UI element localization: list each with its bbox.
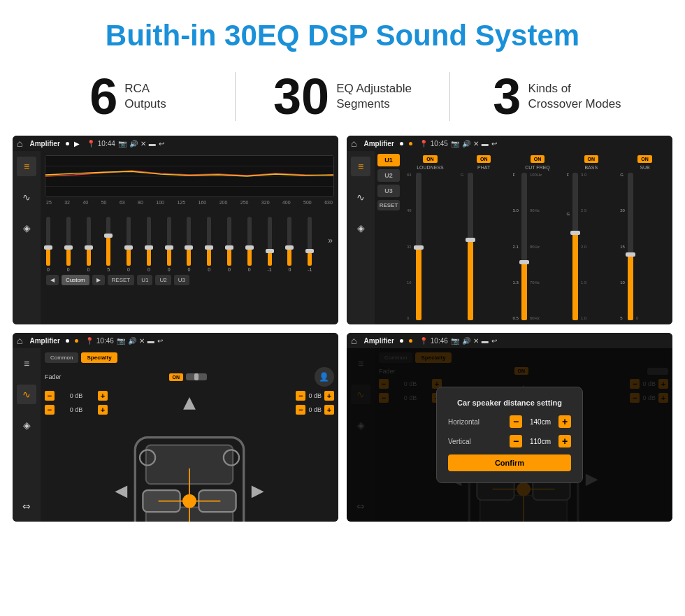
bass-toggle[interactable]: ON [584, 155, 599, 163]
bass-fill [572, 232, 578, 321]
divider-1 [235, 72, 236, 121]
eq-u1-btn[interactable]: U1 [137, 275, 152, 285]
slider-fill-8 [207, 249, 211, 266]
sub-slider[interactable] [628, 173, 633, 320]
eq-slider-0[interactable]: 0 [46, 217, 50, 272]
eq-slider-8[interactable]: 0 [207, 217, 211, 272]
cutfreq-toggle[interactable]: ON [531, 155, 545, 163]
eq-slider-4[interactable]: 0 [127, 217, 131, 272]
eq-sidebar-icon-active[interactable]: ≡ [17, 157, 36, 176]
freq-40: 40 [82, 200, 88, 205]
eq-slider-6[interactable]: 0 [167, 217, 171, 272]
eq-u3-btn[interactable]: U3 [174, 275, 189, 285]
db-val-rr: 0 dB [308, 406, 322, 413]
plus-rl[interactable]: + [98, 405, 108, 415]
fader-slider-mini[interactable] [186, 373, 207, 380]
plus-fr[interactable]: + [324, 391, 334, 401]
preset-u1[interactable]: U1 [377, 154, 400, 166]
slider-track-9 [227, 217, 231, 266]
bass-slider[interactable] [572, 173, 578, 320]
eq-slider-9[interactable]: 0 [227, 217, 231, 272]
slider-thumb-0[interactable] [44, 245, 52, 250]
slider-thumb-12[interactable] [285, 245, 294, 250]
eq-more-icon[interactable]: » [328, 236, 333, 245]
slider-thumb-9[interactable] [225, 245, 233, 250]
preset-u2[interactable]: U2 [377, 169, 400, 182]
cutfreq-slider[interactable] [521, 173, 527, 320]
sub-thumb[interactable] [626, 252, 635, 257]
eq-slider-10[interactable]: 0 [247, 217, 252, 272]
dot4b [409, 339, 412, 343]
xover-sidebar-speaker[interactable]: ◈ [351, 218, 370, 238]
amplifier-title-1: Amplifier [29, 140, 59, 148]
minus-rr[interactable]: − [296, 405, 305, 415]
eq-slider-13[interactable]: -1 [308, 217, 312, 272]
eq-reset-btn[interactable]: RESET [108, 275, 135, 285]
tab-specialty[interactable]: Specialty [81, 352, 117, 363]
minus-fr[interactable]: − [296, 391, 305, 401]
cutfreq-thumb[interactable] [519, 260, 529, 264]
slider-thumb-1[interactable] [64, 245, 73, 250]
slider-thumb-10[interactable] [245, 245, 254, 250]
fader-sidebar-wave[interactable]: ∿ [17, 385, 36, 404]
horizontal-minus-btn[interactable]: − [510, 415, 522, 428]
eq-u2-btn[interactable]: U2 [155, 275, 171, 285]
fader-on-toggle[interactable]: ON [169, 373, 184, 381]
phat-toggle[interactable]: ON [477, 155, 491, 163]
loudness-slider[interactable] [416, 173, 421, 320]
slider-thumb-4[interactable] [124, 245, 133, 250]
slider-thumb-8[interactable] [205, 245, 213, 250]
home-icon-3: ⌂ [17, 335, 22, 346]
preset-reset[interactable]: RESET [377, 200, 400, 210]
vertical-minus-btn[interactable]: − [510, 435, 522, 447]
slider-track-6 [167, 217, 171, 266]
slider-thumb-6[interactable] [165, 245, 173, 250]
minus-fl[interactable]: − [45, 391, 55, 401]
eq-slider-7[interactable]: 0 [187, 217, 191, 272]
eq-slider-1[interactable]: 0 [66, 217, 71, 272]
preset-u3[interactable]: U3 [377, 185, 400, 197]
eq-slider-11[interactable]: -1 [267, 217, 271, 272]
eq-custom-btn[interactable]: Custom [62, 275, 89, 285]
slider-thumb-3[interactable] [104, 234, 113, 238]
eq-slider-12[interactable]: 0 [287, 217, 291, 272]
bass-thumb[interactable] [570, 231, 580, 235]
plus-rr[interactable]: + [324, 405, 334, 415]
eq-slider-2[interactable]: 0 [87, 217, 91, 272]
eq-slider-5[interactable]: 0 [147, 217, 151, 272]
slider-thumb-5[interactable] [145, 245, 153, 250]
eq-prev-btn[interactable]: ◀ [46, 275, 59, 285]
xover-sidebar-eq[interactable]: ≡ [351, 157, 370, 176]
status-icons-1: 📍 10:44 📷 🔊 ✕ ▬ ↩ [87, 140, 164, 148]
fader-sidebar-speaker[interactable]: ◈ [17, 415, 36, 435]
plus-fl[interactable]: + [98, 391, 108, 401]
eq-sidebar-wave[interactable]: ∿ [17, 187, 36, 207]
svg-marker-14 [115, 486, 127, 499]
dot1 [66, 142, 69, 145]
slider-thumb-2[interactable] [85, 245, 93, 250]
tab-common[interactable]: Common [45, 352, 78, 363]
eq-play-btn[interactable]: ▶ [92, 275, 105, 285]
phat-slider[interactable] [468, 173, 473, 320]
confirm-button[interactable]: Confirm [448, 454, 571, 471]
dot3a [66, 339, 69, 343]
xover-sliders-panel: ON LOUDNESS 64 48 32 16 0 [403, 151, 672, 324]
sub-toggle[interactable]: ON [637, 155, 652, 163]
slider-thumb-13[interactable] [305, 249, 314, 253]
slider-thumb-11[interactable] [266, 249, 274, 253]
minus-rl[interactable]: − [45, 405, 55, 415]
fader-sidebar-arrows[interactable]: ⇔ [17, 496, 36, 516]
loudness-thumb[interactable] [414, 245, 424, 250]
xover-sidebar-wave[interactable]: ∿ [351, 187, 370, 207]
xover-cutfreq: ON CUT FREQ F3.02.11.30.5 [513, 155, 563, 320]
eq-slider-3[interactable]: 5 [106, 217, 110, 272]
loudness-toggle[interactable]: ON [423, 155, 438, 163]
eq-sidebar-speaker[interactable]: ◈ [17, 218, 36, 238]
horizontal-plus-btn[interactable]: + [558, 415, 571, 428]
xover-sidebar: ≡ ∿ ◈ [347, 151, 375, 324]
slider-thumb-7[interactable] [185, 245, 193, 250]
vertical-plus-btn[interactable]: + [558, 435, 571, 447]
fader-user-icon[interactable]: 👤 [315, 367, 334, 387]
phat-thumb[interactable] [466, 238, 475, 242]
fader-sidebar-eq[interactable]: ≡ [17, 354, 36, 373]
